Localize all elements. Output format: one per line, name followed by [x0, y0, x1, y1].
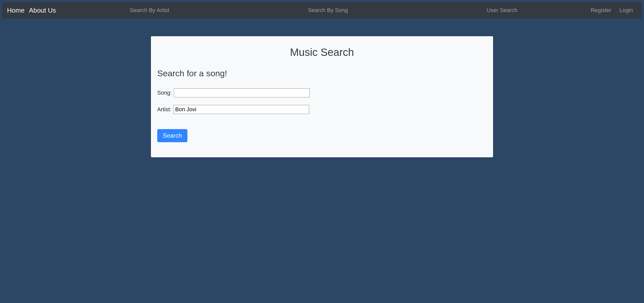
- page-title: Music Search: [157, 46, 487, 58]
- navbar-right: Register Login: [587, 5, 637, 16]
- song-label: Song:: [157, 90, 172, 96]
- search-button[interactable]: Search: [157, 129, 187, 142]
- nav-search-by-song[interactable]: Search By Song: [304, 5, 352, 16]
- main-container: Music Search Search for a song! Song: Ar…: [151, 36, 493, 157]
- nav-about[interactable]: About Us: [29, 7, 56, 14]
- song-input[interactable]: [174, 88, 310, 97]
- song-row: Song:: [157, 88, 487, 97]
- artist-input[interactable]: [173, 105, 309, 114]
- nav-home[interactable]: Home: [7, 7, 24, 14]
- artist-row: Artist:: [157, 105, 487, 114]
- navbar-center: Search By Artist Search By Song User Sea…: [60, 5, 587, 16]
- artist-label: Artist:: [157, 106, 171, 113]
- nav-register[interactable]: Register: [587, 5, 615, 16]
- nav-login[interactable]: Login: [615, 5, 637, 16]
- nav-search-by-artist[interactable]: Search By Artist: [126, 5, 173, 16]
- navbar-left: Home About Us: [7, 7, 60, 14]
- page-subtitle: Search for a song!: [157, 68, 487, 78]
- nav-user-search[interactable]: User Search: [482, 5, 521, 16]
- navbar: Home About Us Search By Artist Search By…: [2, 2, 642, 19]
